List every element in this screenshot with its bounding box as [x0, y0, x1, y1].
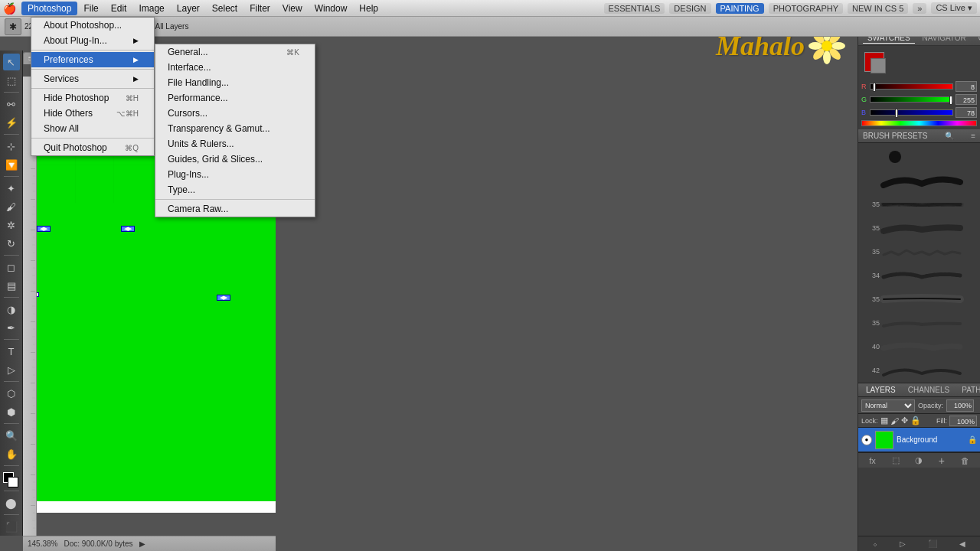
apple-menu-icon[interactable]: 🍎 — [3, 2, 15, 15]
menu-item-about-plugin[interactable]: About Plug-In... ▶ — [31, 33, 154, 48]
pref-plugins[interactable]: Plug-Ins... — [155, 167, 315, 182]
tool-path-selection[interactable]: ▷ — [3, 361, 20, 378]
tool-clone-stamp[interactable]: ✲ — [3, 217, 20, 233]
tool-screen-mode[interactable]: ⬛ — [3, 518, 20, 535]
pref-units[interactable]: Units & Rulers... — [155, 136, 315, 152]
brush-item-10[interactable]: 42 — [861, 360, 977, 381]
pref-type[interactable]: Type... — [155, 182, 315, 197]
menu-view[interactable]: View — [276, 2, 309, 15]
preset-design[interactable]: DESIGN — [669, 3, 710, 14]
tool-dodge[interactable]: ◑ — [3, 301, 20, 318]
opacity-input[interactable]: 100% — [946, 399, 974, 412]
tool-crop[interactable]: ⊹ — [3, 138, 20, 155]
fill-input[interactable]: 100% — [949, 416, 977, 426]
brush-item-7[interactable]: 35 — [861, 289, 977, 310]
tool-3d[interactable]: ⬢ — [3, 403, 20, 420]
layer-visibility-toggle[interactable]: ● — [861, 435, 872, 445]
brush-item-8[interactable]: 35 — [861, 312, 977, 334]
layer-handle-mid[interactable]: ◀▶ — [217, 295, 230, 301]
brush-item-5[interactable]: 35 — [861, 241, 977, 262]
lock-image[interactable]: 🖌 — [890, 416, 899, 425]
lock-position[interactable]: ✥ — [901, 416, 908, 425]
menu-item-show-all[interactable]: Show All — [31, 121, 154, 136]
add-layer-style-btn[interactable]: fx — [869, 456, 876, 465]
brush-item-4[interactable]: 35 — [861, 217, 977, 239]
new-fill-layer-btn[interactable]: ◑ — [915, 455, 923, 465]
tool-brush[interactable]: 🖌 — [3, 198, 20, 215]
pref-file-handling[interactable]: File Handling... — [155, 75, 315, 90]
layer-background[interactable]: ● Background 🔒 — [858, 428, 980, 452]
layer-handle-center[interactable]: ◀▶ — [121, 226, 135, 232]
blue-value[interactable]: 78 — [956, 107, 977, 118]
menu-edit[interactable]: Edit — [105, 2, 133, 15]
panel-btn-1[interactable]: ⬦ — [873, 540, 877, 548]
add-mask-btn[interactable]: ⬚ — [892, 455, 900, 465]
panel-btn-3[interactable]: ⬛ — [928, 540, 937, 548]
menu-filter[interactable]: Filter — [243, 2, 276, 15]
pref-camera-raw[interactable]: Camera Raw... — [155, 201, 315, 217]
tool-pen[interactable]: ✒ — [3, 319, 20, 336]
progress-arrow[interactable]: ▶ — [139, 540, 145, 548]
pref-interface[interactable]: Interface... — [155, 60, 315, 75]
pref-transparency[interactable]: Transparency & Gamut... — [155, 121, 315, 136]
cs-live-button[interactable]: CS Live ▾ — [931, 2, 977, 14]
pref-cursors[interactable]: Cursors... — [155, 106, 315, 121]
menu-item-preferences[interactable]: Preferences ▶ — [31, 52, 154, 67]
pref-general[interactable]: General... ⌘K — [155, 44, 315, 60]
lock-all[interactable]: 🔒 — [910, 416, 921, 425]
menu-layer[interactable]: Layer — [171, 2, 206, 15]
panel-btn-4[interactable]: ◀ — [959, 540, 965, 548]
tool-lasso[interactable]: ⚯ — [3, 96, 20, 112]
tool-history-brush[interactable]: ↻ — [3, 235, 20, 252]
menu-window[interactable]: Window — [309, 2, 354, 15]
layers-tab-paths[interactable]: PATHS — [959, 385, 980, 395]
tool-hand[interactable]: ✋ — [3, 445, 20, 462]
blue-slider[interactable] — [870, 109, 953, 116]
brush-item-6[interactable]: 34 — [861, 265, 977, 286]
preset-essentials[interactable]: ESSENTIALS — [604, 3, 665, 14]
preset-photography[interactable]: PHOTOGRAPHY — [769, 3, 843, 14]
tool-shape[interactable]: ⬡ — [3, 385, 20, 402]
new-layer-btn[interactable]: + — [939, 455, 945, 467]
menu-item-hide-ps[interactable]: Hide Photoshop ⌘H — [31, 90, 154, 106]
pref-performance[interactable]: Performance... — [155, 90, 315, 106]
brush-search-field[interactable]: 🔍 — [945, 132, 954, 140]
menu-item-about-ps[interactable]: About Photoshop... — [31, 18, 154, 33]
tool-spot-healing[interactable]: ✦ — [3, 180, 20, 197]
brush-panel-menu[interactable]: ≡ — [971, 132, 975, 140]
brush-item-1[interactable] — [861, 146, 977, 168]
layer-handle-left[interactable]: ◀▶ — [37, 226, 51, 232]
menu-select[interactable]: Select — [206, 2, 243, 15]
blend-mode-select[interactable]: Normal — [861, 399, 915, 412]
background-color[interactable] — [8, 477, 18, 487]
red-slider[interactable] — [870, 83, 953, 90]
lock-transparent[interactable]: ▦ — [880, 416, 888, 425]
tool-move[interactable]: ↖ — [3, 54, 20, 70]
color-swatch-box[interactable] — [3, 472, 20, 487]
menu-file[interactable]: File — [77, 2, 104, 15]
green-slider[interactable] — [870, 96, 953, 103]
tool-magic-wand[interactable]: ⚡ — [3, 114, 20, 131]
color-spectrum-bar[interactable] — [861, 120, 977, 126]
preset-more[interactable]: » — [913, 3, 926, 14]
brush-item-9[interactable]: 40 — [861, 336, 977, 357]
menu-help[interactable]: Help — [353, 2, 384, 15]
layers-tab-channels[interactable]: CHANNELS — [905, 385, 952, 395]
layers-tab-layers[interactable]: LAYERS — [863, 385, 899, 395]
brush-item-2[interactable] — [861, 170, 977, 191]
brush-item-3[interactable]: 35 — [861, 194, 977, 215]
menu-item-services[interactable]: Services ▶ — [31, 71, 154, 86]
tool-zoom[interactable]: 🔍 — [3, 427, 20, 444]
red-slider-thumb[interactable] — [873, 83, 876, 92]
tool-marquee[interactable]: ⬚ — [3, 72, 20, 89]
menu-item-hide-others[interactable]: Hide Others ⌥⌘H — [31, 106, 154, 121]
menu-image[interactable]: Image — [132, 2, 170, 15]
blue-slider-thumb[interactable] — [895, 109, 898, 118]
red-value[interactable]: 8 — [956, 81, 977, 92]
transform-handle-ml[interactable] — [37, 292, 39, 297]
panel-btn-2[interactable]: ▷ — [900, 540, 906, 548]
tool-eyedropper[interactable]: 🔽 — [3, 156, 20, 173]
delete-layer-btn[interactable]: 🗑 — [961, 456, 969, 465]
green-value[interactable]: 255 — [956, 94, 977, 105]
preset-painting[interactable]: PAINTING — [716, 3, 764, 14]
